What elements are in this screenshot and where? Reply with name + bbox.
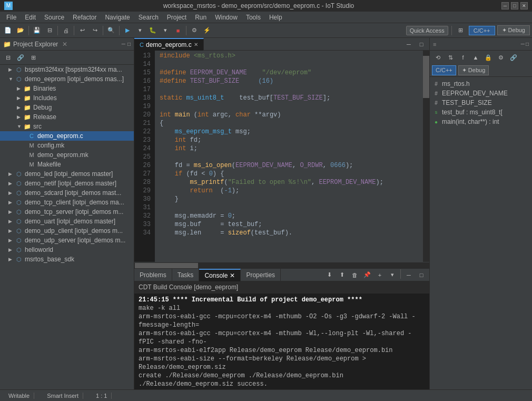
menu-tools[interactable]: Tools <box>242 13 265 22</box>
console-clear[interactable]: 🗑 <box>349 269 360 281</box>
demo-eeprom-label: demo_eeprom [iotpi_demos mas...] <box>25 75 124 83</box>
tree-item-release[interactable]: ▶ 📁 Release <box>0 112 134 122</box>
tree-item-helloworld[interactable]: ▶ ⬡ helloworld <box>0 245 134 255</box>
tab-problems[interactable]: Problems <box>134 269 172 281</box>
toolbar-print[interactable]: 🖨 <box>60 25 72 36</box>
toolbar-save[interactable]: 💾 <box>31 25 43 36</box>
editor-minimize[interactable]: ─ <box>403 38 415 50</box>
maximize-button[interactable]: □ <box>511 2 518 9</box>
tree-item-demo-netif[interactable]: ▶ ⬡ demo_netif [iotpi_demos master] <box>0 179 134 188</box>
console-tab-close[interactable]: ✕ <box>230 272 235 279</box>
tree-item-demo-udp-client[interactable]: ▶ ⬡ demo_udp_client [iotpi_demos m... <box>0 226 134 236</box>
outline-filter3[interactable]: 🔒 <box>482 52 494 63</box>
tree-item-demo-led[interactable]: ▶ ⬡ demo_led [iotpi_demos master] <box>0 169 134 179</box>
outline-item-ms-rtos[interactable]: # ms_rtos.h <box>430 79 532 89</box>
menu-edit[interactable]: Edit <box>21 13 40 22</box>
pe-toolbar-collapse[interactable]: ⊟ <box>2 52 14 63</box>
outline-filter1[interactable]: f <box>457 52 469 63</box>
code-content[interactable]: #include <ms_rtos.h> #define EEPROM_DEV_… <box>155 51 423 262</box>
tab-console[interactable]: Console ✕ <box>199 269 241 281</box>
menu-refactor[interactable]: Refactor <box>68 13 101 22</box>
outline-item-main[interactable]: ● main(int, char**) : int <box>430 117 532 126</box>
toolbar-open[interactable]: 📂 <box>15 25 26 36</box>
project-explorer-minimize[interactable]: ─ <box>122 41 125 47</box>
editor-maximize[interactable]: □ <box>416 38 427 50</box>
editor-hscroll-thumb[interactable] <box>135 263 198 268</box>
pe-toolbar-filter[interactable]: ⊞ <box>27 52 39 63</box>
outline-sort[interactable]: ⇅ <box>445 52 456 63</box>
perspective-cpp[interactable]: C/C++ <box>469 26 495 35</box>
toolbar-ext1[interactable]: ⚙ <box>189 25 200 36</box>
console-scroll-end[interactable]: ⬇ <box>323 269 335 281</box>
toolbar-undo[interactable]: ↩ <box>76 25 88 36</box>
quick-access-button[interactable]: Quick Access <box>406 26 448 35</box>
console-minimize[interactable]: ─ <box>403 269 415 281</box>
toolbar-ext2[interactable]: ⚡ <box>201 25 213 36</box>
menu-run[interactable]: Run <box>191 13 211 22</box>
console-scroll-start[interactable]: ⬆ <box>336 269 348 281</box>
editor-vscroll-thumb[interactable] <box>423 56 429 98</box>
toolbar-run[interactable]: ▶ <box>122 25 133 36</box>
toolbar-search[interactable]: 🔍 <box>105 25 117 36</box>
tree-item-demo-eeprom-c[interactable]: C demo_eeprom.c <box>0 131 134 141</box>
right-panel-close[interactable]: □ <box>526 41 529 47</box>
tree-item-demo-tcp-client[interactable]: ▶ ⬡ demo_tcp_client [iotpi_demos ma... <box>0 198 134 207</box>
code-editor[interactable]: 1314151617181920212223242526272829303132… <box>134 51 429 262</box>
tree-item-src[interactable]: ▼ 📁 src <box>0 122 134 131</box>
toolbar-stop[interactable]: ■ <box>172 25 184 36</box>
tree-item-binaries[interactable]: ▶ 📁 Binaries <box>0 84 134 93</box>
menu-source[interactable]: Source <box>40 13 68 22</box>
tree-item-debug[interactable]: ▶ 📁 Debug <box>0 103 134 112</box>
pe-toolbar-link[interactable]: 🔗 <box>15 52 26 63</box>
toolbar-debug[interactable]: 🐛 <box>147 25 159 36</box>
console-new[interactable]: + <box>374 269 386 281</box>
tab-properties[interactable]: Properties <box>241 269 281 281</box>
outline-collapse[interactable]: ⟲ <box>432 52 444 63</box>
tree-item-includes[interactable]: ▶ 📁 Includes <box>0 93 134 103</box>
tree-item-demo-eeprom-mk[interactable]: M demo_eeprom.mk <box>0 150 134 160</box>
outline-debug-perspective[interactable]: ✦ Debug <box>458 65 489 75</box>
outline-settings[interactable]: ⚙ <box>495 52 507 63</box>
tree-item-makefile[interactable]: M Makefile <box>0 160 134 169</box>
menu-file[interactable]: File <box>2 13 21 22</box>
editor-hscroll[interactable] <box>134 262 429 268</box>
outline-filter2[interactable]: ▲ <box>470 52 481 63</box>
close-button[interactable]: ✕ <box>520 2 528 9</box>
console-maximize[interactable]: □ <box>416 269 427 281</box>
project-explorer-close[interactable]: □ <box>127 41 131 47</box>
tree-item-demo-sdcard[interactable]: ▶ ⬡ demo_sdcard [iotpi_demos mast... <box>0 188 134 198</box>
outline-item-test-buf-size[interactable]: # TEST_BUF_SIZE <box>430 98 532 107</box>
tab-demo-eeprom-c[interactable]: C demo_eeprom.c ✕ <box>134 38 204 51</box>
tree-item-config-mk[interactable]: M config.mk <box>0 141 134 150</box>
tree-item-bspstm32[interactable]: ▶ ⬡ bspstm32f4xx [bspstm32f4xx ma... <box>0 65 134 74</box>
minimize-button[interactable]: ─ <box>501 2 509 9</box>
menu-search[interactable]: Search <box>134 13 163 22</box>
toolbar-debug-dropdown[interactable]: ▾ <box>160 25 171 36</box>
toolbar-saveall[interactable]: ⊟ <box>44 25 55 36</box>
outline-link[interactable]: 🔗 <box>508 52 519 63</box>
right-panel-minimize[interactable]: ─ <box>521 41 525 47</box>
menu-navigate[interactable]: Navigate <box>101 13 134 22</box>
tab-tasks[interactable]: Tasks <box>172 269 200 281</box>
outline-cpp-perspective[interactable]: C/C++ <box>432 65 456 75</box>
outline-item-eeprom-dev-name[interactable]: # EEPROM_DEV_NAME <box>430 89 532 98</box>
console-pin[interactable]: 📌 <box>361 269 373 281</box>
tree-item-msrtos-sdk[interactable]: ▶ ⬡ msrtos_base_sdk <box>0 255 134 264</box>
editor-vscroll[interactable] <box>423 51 429 262</box>
menu-help[interactable]: Help <box>265 13 287 22</box>
menu-window[interactable]: Window <box>211 13 242 22</box>
outline-item-test-buf[interactable]: s test_buf : ms_uint8_t[ <box>430 107 532 117</box>
toolbar-new[interactable]: 📄 <box>2 25 14 36</box>
toolbar-persp-icon[interactable]: ⊞ <box>455 25 467 36</box>
console-dropdown[interactable]: ▾ <box>387 269 398 281</box>
tree-item-demo-tcp-server[interactable]: ▶ ⬡ demo_tcp_server [iotpi_demos m... <box>0 207 134 217</box>
tree-item-demo-eeprom[interactable]: ▼ ⬡ demo_eeprom [iotpi_demos mas...] <box>0 74 134 84</box>
release-icon: 📁 <box>23 113 32 121</box>
toolbar-run-dropdown[interactable]: ▾ <box>134 25 146 36</box>
tree-item-demo-uart[interactable]: ▶ ⬡ demo_uart [iotpi_demos master] <box>0 217 134 226</box>
tab-close-button[interactable]: ✕ <box>194 42 198 47</box>
tree-item-demo-udp-server[interactable]: ▶ ⬡ demo_udp_server [iotpi_demos m... <box>0 236 134 245</box>
toolbar-redo[interactable]: ↪ <box>89 25 101 36</box>
perspective-debug[interactable]: ✦ Debug <box>497 25 530 35</box>
menu-project[interactable]: Project <box>163 13 191 22</box>
